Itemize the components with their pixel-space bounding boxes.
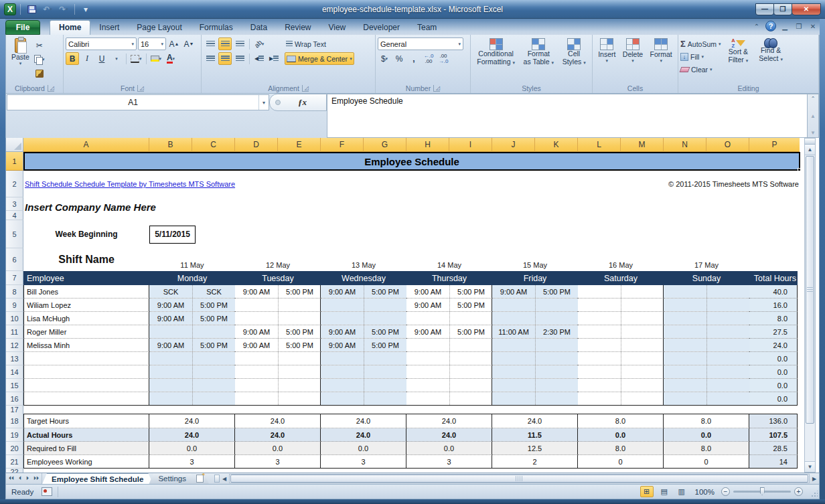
shift-end-cell[interactable]: 5:00 PM: [449, 299, 492, 311]
row-header-4[interactable]: 4: [6, 211, 23, 220]
summary-value-tuesday[interactable]: 3: [235, 455, 321, 469]
bold-button[interactable]: B: [66, 52, 79, 65]
shift-end-cell[interactable]: 5:00 PM: [278, 285, 321, 298]
total-hours-header[interactable]: Total Hours: [749, 271, 798, 285]
shift-end-cell[interactable]: [278, 352, 321, 365]
insert-cells-button[interactable]: Insert▾: [595, 36, 619, 83]
shift-end-cell[interactable]: [621, 339, 664, 351]
summary-value-monday[interactable]: 3: [149, 455, 235, 469]
row-header-16[interactable]: 16: [6, 392, 23, 406]
shift-start-cell[interactable]: [492, 312, 535, 325]
employee-name-cell[interactable]: [23, 392, 149, 406]
row-header-10[interactable]: 10: [6, 312, 23, 325]
zoom-slider-track[interactable]: [733, 491, 791, 493]
employee-name-cell[interactable]: Lisa McHugh: [23, 312, 149, 325]
last-sheet-button[interactable]: ⏵⏵: [33, 475, 39, 482]
summary-value-friday[interactable]: 2: [492, 455, 578, 469]
shift-start-cell[interactable]: [578, 312, 621, 325]
horizontal-scroll-track[interactable]: [229, 474, 810, 483]
shift-start-cell[interactable]: [149, 365, 192, 378]
summary-value-saturday[interactable]: 0.0: [578, 428, 664, 442]
day-header-wednesday[interactable]: Wednesday: [321, 271, 406, 285]
font-dialog-launcher[interactable]: ◿: [137, 85, 144, 92]
macro-record-button[interactable]: [42, 487, 52, 496]
shift-start-cell[interactable]: [492, 379, 535, 392]
shift-start-cell[interactable]: 9:00 AM: [235, 285, 278, 298]
week-beginning-value[interactable]: 5/11/2015: [149, 226, 196, 244]
vertical-scroll-track[interactable]: [805, 424, 815, 461]
shift-end-cell[interactable]: [706, 339, 749, 351]
total-hours-cell[interactable]: 0.0: [749, 379, 798, 392]
shift-start-cell[interactable]: [406, 312, 449, 325]
employee-name-cell[interactable]: Roger Miller: [23, 325, 149, 339]
conditional-formatting-button[interactable]: ConditionalFormatting ▾: [473, 36, 518, 83]
shift-end-cell[interactable]: [449, 379, 492, 392]
percent-button[interactable]: %: [392, 52, 406, 65]
zoom-out-button[interactable]: −: [721, 487, 730, 496]
insert-function-button[interactable]: ƒx: [298, 97, 307, 108]
shift-end-cell[interactable]: 5:00 PM: [192, 312, 235, 325]
prev-sheet-button[interactable]: ⏴: [19, 475, 21, 482]
total-hours-cell[interactable]: 0.0: [749, 392, 798, 406]
orientation-button[interactable]: ab▾: [252, 37, 266, 50]
sort-filter-button[interactable]: AZ Sort &Filter ▾: [725, 36, 752, 83]
column-header-M[interactable]: M: [621, 138, 664, 152]
excel-app-icon[interactable]: X: [4, 3, 16, 15]
underline-button[interactable]: U: [95, 52, 108, 65]
scroll-right-button[interactable]: ▶: [810, 474, 819, 483]
shift-start-cell[interactable]: 9:00 AM: [406, 285, 449, 298]
total-hours-cell[interactable]: 8.0: [749, 312, 798, 325]
cell-banner-A1[interactable]: Employee Schedule: [23, 152, 800, 171]
summary-value-tuesday[interactable]: 0.0: [235, 442, 321, 455]
shift-end-cell[interactable]: 5:00 PM: [364, 339, 406, 351]
shift-start-cell[interactable]: 9:00 AM: [406, 299, 449, 311]
font-name-combo[interactable]: Calibri▾: [66, 37, 137, 50]
resize-grip[interactable]: [811, 491, 818, 497]
fill-handle[interactable]: [798, 168, 801, 171]
column-header-G[interactable]: G: [364, 138, 406, 152]
employee-name-cell[interactable]: Bill Jones: [23, 285, 149, 299]
shift-end-cell[interactable]: [621, 312, 664, 325]
row-header-7[interactable]: 7: [6, 271, 23, 285]
day-header-thursday[interactable]: Thursday: [406, 271, 492, 285]
delete-cells-button[interactable]: Delete▾: [619, 36, 646, 83]
summary-value-thursday[interactable]: 3: [406, 455, 492, 469]
shift-end-cell[interactable]: [278, 365, 321, 378]
employee-name-cell[interactable]: [23, 379, 149, 392]
day-header-sunday[interactable]: Sunday: [664, 271, 749, 285]
row-header-13[interactable]: 13: [6, 352, 23, 365]
insert-worksheet-button[interactable]: [192, 473, 209, 484]
merge-center-button[interactable]: Merge & Center▾: [285, 52, 354, 65]
shift-end-cell[interactable]: SCK: [192, 285, 235, 298]
row-header-11[interactable]: 11: [6, 325, 23, 339]
alignment-dialog-launcher[interactable]: ◿: [302, 85, 309, 92]
shift-end-cell[interactable]: [278, 299, 321, 311]
summary-label-cell[interactable]: Target Hours: [23, 414, 149, 428]
shift-start-cell[interactable]: [578, 299, 621, 311]
shift-start-cell[interactable]: 9:00 AM: [149, 299, 192, 311]
number-format-combo[interactable]: General▾: [378, 37, 463, 50]
scroll-down-button[interactable]: ▼: [805, 461, 815, 472]
maximize-button[interactable]: ❐: [773, 3, 792, 15]
shift-start-cell[interactable]: [492, 299, 535, 311]
shift-end-cell[interactable]: [192, 379, 235, 392]
row-header-14[interactable]: 14: [6, 365, 23, 379]
summary-total-cell[interactable]: 28.5: [749, 442, 798, 455]
shift-end-cell[interactable]: 5:00 PM: [192, 339, 235, 351]
shift-start-cell[interactable]: [149, 392, 192, 405]
number-dialog-launcher[interactable]: ◿: [433, 85, 440, 92]
shift-end-cell[interactable]: [278, 312, 321, 325]
shift-end-cell[interactable]: [192, 325, 235, 338]
sheet-tab-employee-shift-schedule[interactable]: Employee Shift Schedule: [42, 473, 153, 484]
workbook-minimize-button[interactable]: ▁: [779, 23, 790, 30]
horizontal-split-handle[interactable]: [214, 475, 220, 483]
underline-dropdown[interactable]: ▾: [110, 52, 123, 65]
cell-styles-button[interactable]: CellStyles ▾: [559, 36, 589, 83]
shift-end-cell[interactable]: [364, 299, 406, 311]
day-header-monday[interactable]: Monday: [149, 271, 235, 285]
summary-value-thursday[interactable]: 0.0: [406, 442, 492, 455]
ribbon-tab-insert[interactable]: Insert: [90, 21, 128, 35]
ribbon-tab-developer[interactable]: Developer: [354, 21, 408, 35]
borders-button[interactable]: ▾: [129, 52, 143, 65]
shift-end-cell[interactable]: 5:00 PM: [192, 299, 235, 311]
